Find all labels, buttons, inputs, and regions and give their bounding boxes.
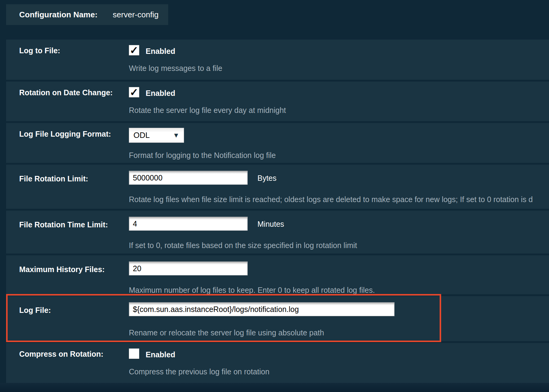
row-log-file-logging-format: Log File Logging Format: ODL ▼ Format fo… [6,123,549,163]
configuration-name-value: server-config [113,10,158,19]
row-rotation-on-date-change: Rotation on Date Change: ✓ Enabled Rotat… [6,82,549,121]
file-rotation-limit-help-text: Rotate log files when file size limit is… [129,195,533,204]
log-file-label: Log File: [19,306,51,315]
row-compress-on-rotation: Compress on Rotation: Enabled Compress t… [6,343,549,383]
row-file-rotation-time-limit: File Rotation Time Limit: Minutes If set… [6,211,549,254]
configuration-name-bar: Configuration Name: server-config [6,4,168,25]
log-to-file-help-text: Write log messages to a file [129,64,222,73]
settings-rows: Log to File: ✓ Enabled Write log message… [6,40,549,385]
row-log-to-file: Log to File: ✓ Enabled Write log message… [6,40,549,80]
file-rotation-limit-unit-label: Bytes [257,174,277,183]
compress-on-rotation-help-text: Compress the previous log file on rotati… [129,367,269,376]
log-to-file-enabled-label: Enabled [146,47,175,56]
row-maximum-history-files: Maximum History Files: Maximum number of… [6,255,549,294]
file-rotation-limit-label: File Rotation Limit: [19,174,88,183]
checkmark-icon: ✓ [130,86,139,98]
row-file-rotation-limit: File Rotation Limit: Bytes Rotate log fi… [6,165,549,209]
log-file-input[interactable] [129,302,395,316]
rotation-on-date-change-help-text: Rotate the server log file every day at … [129,106,286,115]
log-file-logging-format-help-text: Format for logging to the Notification l… [129,151,276,160]
log-format-selected-value: ODL [133,131,173,140]
log-to-file-label: Log to File: [19,46,60,55]
rotation-on-date-change-enabled-label: Enabled [146,89,175,98]
file-rotation-time-limit-unit-label: Minutes [257,220,284,229]
log-format-select[interactable]: ODL ▼ [129,128,184,143]
compress-on-rotation-enabled-label: Enabled [146,350,175,359]
page-footer-background [0,383,549,392]
file-rotation-time-limit-label: File Rotation Time Limit: [19,220,108,229]
file-rotation-time-limit-help-text: If set to 0, rotate files based on the s… [129,241,357,250]
row-log-file: Log File: Rename or relocate the server … [6,296,549,341]
compress-on-rotation-checkbox[interactable] [129,348,139,359]
rotation-on-date-change-label: Rotation on Date Change: [19,88,113,97]
file-rotation-time-limit-input[interactable] [129,217,248,231]
rotation-on-date-change-checkbox[interactable]: ✓ [129,87,139,97]
checkmark-icon: ✓ [130,44,139,56]
chevron-down-icon: ▼ [173,131,179,139]
file-rotation-limit-input[interactable] [129,171,248,185]
compress-on-rotation-label: Compress on Rotation: [19,350,103,359]
log-to-file-checkbox[interactable]: ✓ [129,45,139,55]
maximum-history-files-help-text: Maximum number of log files to keep. Ent… [129,286,375,295]
log-file-help-text: Rename or relocate the server log file u… [129,328,324,337]
log-file-logging-format-label: Log File Logging Format: [19,130,111,138]
configuration-name-label: Configuration Name: [19,10,97,19]
maximum-history-files-label: Maximum History Files: [19,265,105,274]
maximum-history-files-input[interactable] [129,261,248,275]
